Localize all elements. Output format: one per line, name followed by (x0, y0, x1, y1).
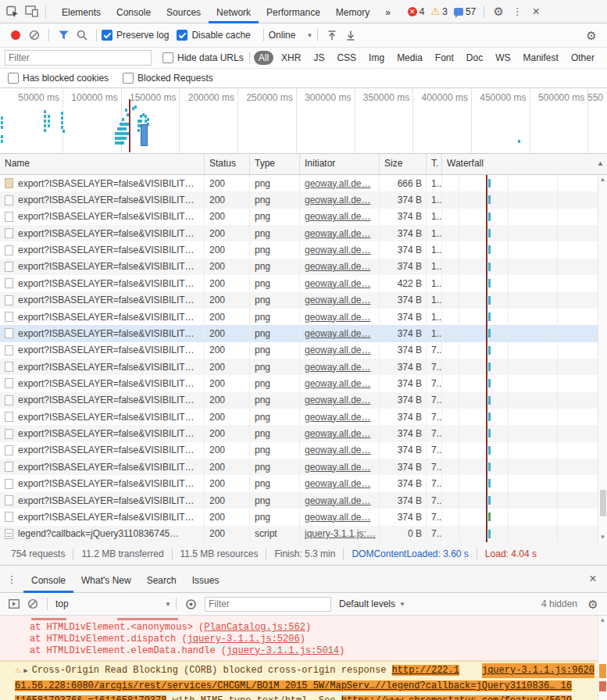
tab-elements[interactable]: Elements (54, 2, 109, 23)
filter-type-xhr[interactable]: XHR (277, 51, 305, 65)
clear-console-icon[interactable] (23, 595, 42, 613)
initiator-link[interactable]: geoway.all.de… (305, 495, 371, 506)
initiator-link[interactable]: geoway.all.de… (305, 345, 371, 355)
live-expression-eye-icon[interactable] (181, 595, 200, 613)
search-icon[interactable] (73, 26, 91, 45)
has-blocked-cookies-label[interactable]: Has blocked cookies (23, 73, 109, 84)
drawer-tab-what-s-new[interactable]: What's New (73, 568, 139, 593)
initiator-link[interactable]: geoway.all.de… (305, 211, 371, 222)
filter-type-other[interactable]: Other (566, 51, 599, 65)
filter-type-ws[interactable]: WS (491, 51, 515, 65)
request-row[interactable]: export?ISBASELAYER=false&VISIBILIT…200pn… (0, 359, 598, 375)
hide-data-urls-checkbox[interactable] (162, 52, 173, 63)
table-scrollbar[interactable]: ▲ ▼ (598, 175, 607, 542)
filter-type-doc[interactable]: Doc (462, 51, 487, 65)
column-header-size[interactable]: Size (380, 154, 427, 174)
initiator-link[interactable]: geoway.all.de… (305, 462, 371, 473)
request-row[interactable]: export?ISBASELAYER=false&VISIBILIT…200pn… (0, 191, 598, 208)
message-badge[interactable]: 57 (454, 6, 476, 17)
request-row[interactable]: export?ISBASELAYER=false&VISIBILIT…200pn… (0, 259, 598, 275)
corb-url-link[interactable]: http://222.1 (392, 665, 459, 676)
throttling-dropdown[interactable]: Online▼ (269, 30, 313, 41)
initiator-link[interactable]: geoway.all.de… (305, 512, 371, 523)
warning-badge[interactable]: ⚠3 (431, 6, 448, 17)
request-row[interactable]: export?ISBASELAYER=false&VISIBILIT…200pn… (0, 342, 598, 359)
source-link[interactable]: jquery-3.1.1.js:5206 (187, 634, 300, 645)
drawer-kebab-menu-icon[interactable]: ⋮ (5, 570, 19, 588)
column-header-name[interactable]: Name (0, 154, 205, 174)
initiator-link[interactable]: geoway.all.de… (305, 278, 371, 289)
request-row[interactable]: export?ISBASELAYER=false&VISIBILIT…200pn… (0, 325, 598, 341)
kebab-menu-icon[interactable]: ⋮ (508, 2, 527, 21)
initiator-link[interactable]: geoway.all.de… (305, 261, 371, 272)
request-row[interactable]: export?ISBASELAYER=false&VISIBILIT…200pn… (0, 225, 598, 241)
initiator-link[interactable]: geoway.all.de… (305, 412, 371, 423)
initiator-link[interactable]: geoway.all.de… (305, 295, 371, 305)
request-row[interactable]: export?ISBASELAYER=false&VISIBILIT…200pn… (0, 275, 598, 291)
console-sidebar-toggle-icon[interactable] (5, 595, 23, 613)
close-devtools-icon[interactable]: × (527, 2, 545, 21)
tab-more[interactable]: » (377, 2, 398, 23)
console-settings-gear-icon[interactable]: ⚙ (584, 595, 602, 613)
request-row[interactable]: export?ISBASELAYER=false&VISIBILIT…200pn… (0, 292, 598, 309)
drawer-tab-search[interactable]: Search (139, 568, 184, 593)
filter-type-manifest[interactable]: Manifest (519, 51, 563, 65)
request-row[interactable]: export?ISBASELAYER=false&VISIBILIT…200pn… (0, 442, 598, 459)
source-link[interactable]: jquery-3.1.1.js:5014 (227, 645, 339, 656)
drawer-tab-console[interactable]: Console (23, 568, 73, 593)
expand-triangle-icon[interactable]: ▶ (23, 667, 27, 675)
request-row[interactable]: export?ISBASELAYER=false&VISIBILIT…200pn… (0, 492, 598, 509)
request-row[interactable]: export?ISBASELAYER=false&VISIBILIT…200pn… (0, 241, 598, 258)
filter-type-font[interactable]: Font (430, 51, 459, 65)
preserve-log-checkbox[interactable] (102, 30, 112, 41)
tab-performance[interactable]: Performance (259, 2, 328, 23)
initiator-link[interactable]: jquery-3.1.1.js:… (305, 528, 376, 539)
request-row[interactable]: export?ISBASELAYER=false&VISIBILIT…200pn… (0, 392, 598, 409)
request-row[interactable]: export?ISBASELAYER=false&VISIBILIT…200pn… (0, 475, 598, 491)
initiator-link[interactable]: geoway.all.de… (305, 195, 371, 205)
filter-type-media[interactable]: Media (392, 51, 427, 65)
blocked-requests-label[interactable]: Blocked Requests (137, 73, 213, 84)
initiator-link[interactable]: geoway.all.de… (305, 428, 371, 439)
request-row[interactable]: export?ISBASELAYER=false&VISIBILIT…200pn… (0, 409, 598, 425)
filter-type-img[interactable]: Img (364, 51, 389, 65)
request-row[interactable]: legend?callback=jQuery3110836745…200scri… (0, 526, 598, 542)
initiator-link[interactable]: geoway.all.de… (305, 312, 371, 323)
blocked-requests-checkbox[interactable] (123, 73, 134, 84)
corb-source-link[interactable]: jquery-3.1.1.js:9620 (482, 663, 595, 678)
column-header-initiator[interactable]: Initiator (300, 154, 380, 174)
corb-url-link[interactable]: 61.56.228:6080/arcgis/rest/services/CHCG… (15, 680, 572, 691)
request-row[interactable]: export?ISBASELAYER=false&VISIBILIT…200pn… (0, 309, 598, 325)
log-levels-dropdown[interactable]: Default levels▼ (339, 598, 405, 609)
tab-network[interactable]: Network (209, 2, 259, 23)
request-row[interactable]: export?ISBASELAYER=false&VISIBILIT…200pn… (0, 459, 598, 475)
network-settings-gear-icon[interactable]: ⚙ (582, 26, 601, 45)
request-row[interactable]: export?ISBASELAYER=false&VISIBILIT…200pn… (0, 425, 598, 441)
scroll-down-icon[interactable]: ▼ (598, 533, 607, 542)
column-header-type[interactable]: Type (250, 154, 300, 174)
filter-type-css[interactable]: CSS (332, 51, 361, 65)
initiator-link[interactable]: geoway.all.de… (305, 228, 371, 239)
console-filter-input[interactable] (205, 597, 331, 612)
settings-gear-icon[interactable]: ⚙ (489, 2, 508, 21)
close-drawer-icon[interactable]: × (584, 570, 602, 588)
export-har-icon[interactable] (341, 26, 360, 45)
initiator-link[interactable]: geoway.all.de… (305, 328, 371, 339)
tab-console[interactable]: Console (109, 2, 159, 23)
source-link[interactable]: PlanCatalog.js:562 (204, 622, 305, 633)
preserve-log-label[interactable]: Preserve log (116, 30, 169, 41)
filter-funnel-icon[interactable] (54, 26, 73, 45)
console-scrollbar[interactable]: ▲ (598, 616, 607, 700)
device-toolbar-icon[interactable] (22, 2, 41, 21)
initiator-link[interactable]: geoway.all.de… (305, 362, 371, 373)
clear-network-log-icon[interactable] (25, 26, 44, 45)
error-badge[interactable]: ✕4 (408, 6, 425, 17)
scroll-up-icon[interactable]: ▲ (598, 616, 607, 625)
drawer-tab-issues[interactable]: Issues (184, 568, 227, 593)
record-button[interactable] (11, 30, 20, 40)
column-header-waterfall[interactable]: Waterfall▲ (442, 154, 607, 174)
network-filter-input[interactable] (5, 50, 152, 66)
import-har-icon[interactable] (323, 26, 341, 45)
filter-type-all[interactable]: All (254, 51, 273, 65)
inspect-element-icon[interactable] (3, 2, 22, 21)
